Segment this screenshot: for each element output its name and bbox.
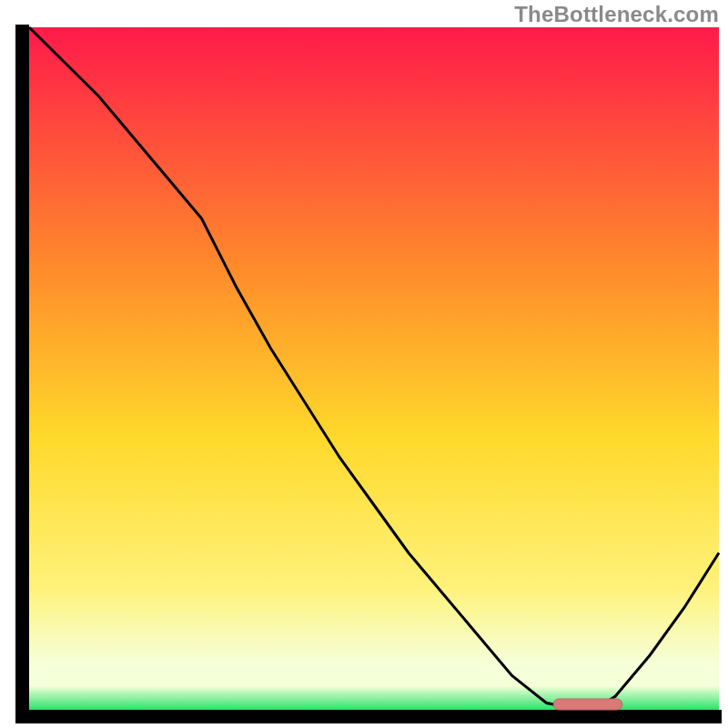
optimal-range-marker xyxy=(553,699,622,710)
watermark-text: TheBottleneck.com xyxy=(514,2,719,27)
bottleneck-chart xyxy=(0,0,728,728)
chart-background xyxy=(29,27,719,710)
y-axis xyxy=(15,25,29,723)
x-axis xyxy=(15,710,722,723)
chart-container: { "watermark": "TheBottleneck.com", "col… xyxy=(0,0,728,728)
